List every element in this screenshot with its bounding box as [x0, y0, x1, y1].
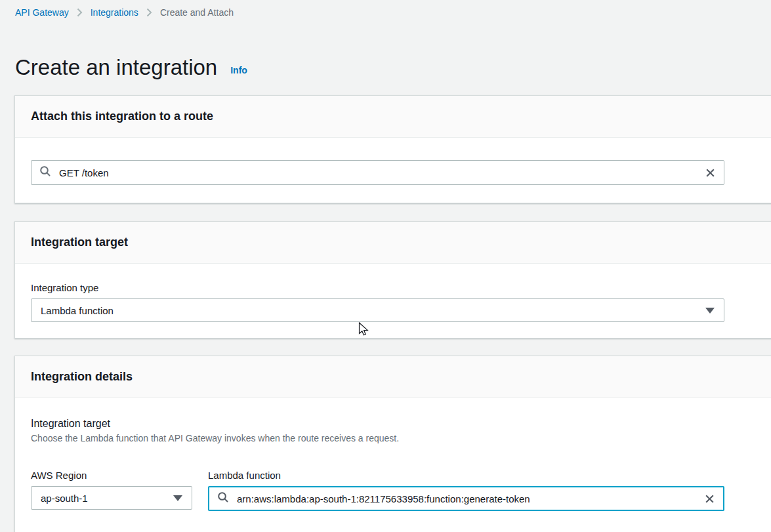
breadcrumb-link-api-gateway[interactable]: API Gateway — [15, 7, 69, 18]
chevron-right-icon — [146, 8, 152, 17]
search-icon — [39, 165, 51, 180]
region-lambda-row: AWS Region ap-south-1 Lambda function ar… — [31, 470, 759, 511]
route-search-value: GET /token — [59, 167, 697, 178]
integration-type-label: Integration type — [31, 282, 759, 293]
breadcrumb-current: Create and Attach — [160, 7, 234, 18]
attach-route-card-header: Attach this integration to a route — [15, 96, 771, 138]
integration-target-card-header: Integration target — [15, 222, 771, 264]
route-search-input[interactable]: GET /token — [31, 160, 724, 185]
search-icon — [217, 491, 229, 506]
caret-down-icon — [705, 308, 715, 314]
lambda-function-value: arn:aws:lambda:ap-south-1:821175633958:f… — [237, 493, 696, 504]
info-link[interactable]: Info — [230, 65, 247, 75]
chevron-right-icon — [77, 8, 83, 17]
integration-type-value: Lambda function — [41, 305, 114, 316]
integration-details-card-header: Integration details — [15, 356, 771, 398]
attach-route-card-body: GET /token — [15, 138, 771, 203]
lambda-function-input[interactable]: arn:aws:lambda:ap-south-1:821175633958:f… — [208, 486, 724, 511]
breadcrumb-link-integrations[interactable]: Integrations — [91, 7, 138, 18]
integration-target-description: Choose the Lambda function that API Gate… — [31, 433, 759, 443]
aws-region-select[interactable]: ap-south-1 — [31, 486, 192, 510]
integration-target-card-title: Integration target — [31, 235, 759, 249]
integration-target-subheading: Integration target — [31, 418, 759, 430]
clear-route-search-button[interactable] — [705, 167, 716, 178]
lambda-function-label: Lambda function — [208, 470, 724, 481]
integration-target-card-body: Integration type Lambda function — [15, 264, 771, 338]
page-title-row: Create an integration Info — [15, 55, 771, 80]
attach-route-card-title: Attach this integration to a route — [31, 110, 759, 123]
integration-details-card: Integration details Integration target C… — [14, 356, 771, 532]
clear-lambda-function-button[interactable] — [704, 493, 715, 504]
integration-details-card-body: Integration target Choose the Lambda fun… — [15, 398, 771, 532]
page-title: Create an integration — [15, 55, 217, 80]
lambda-function-field: Lambda function arn:aws:lambda:ap-south-… — [208, 470, 724, 511]
aws-region-value: ap-south-1 — [41, 493, 88, 504]
aws-region-field: AWS Region ap-south-1 — [31, 470, 192, 510]
caret-down-icon — [173, 495, 182, 501]
integration-type-select[interactable]: Lambda function — [31, 298, 724, 322]
aws-region-label: AWS Region — [31, 470, 192, 481]
attach-route-card: Attach this integration to a route GET /… — [14, 95, 771, 203]
integration-target-card: Integration target Integration type Lamb… — [14, 221, 771, 338]
breadcrumb: API Gateway Integrations Create and Atta… — [0, 0, 771, 18]
integration-details-card-title: Integration details — [31, 370, 759, 384]
